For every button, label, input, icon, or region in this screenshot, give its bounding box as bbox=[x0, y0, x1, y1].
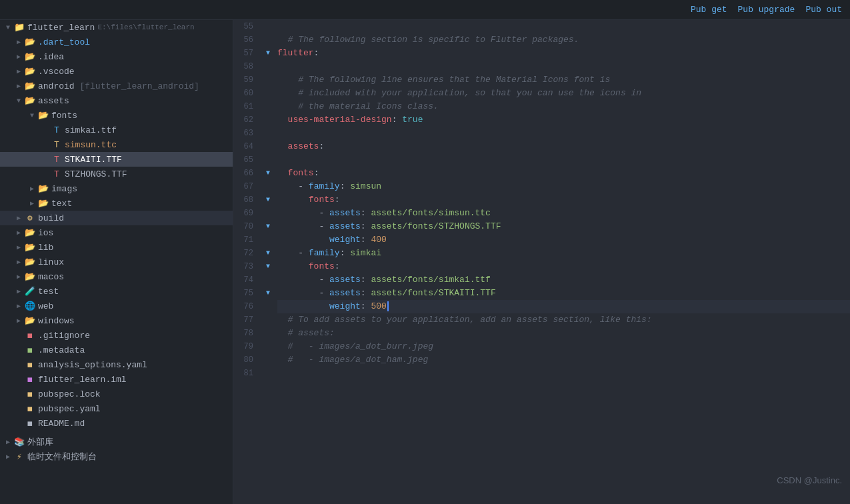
code-line-61: # the material Icons class. bbox=[277, 100, 850, 113]
label-iml: flutter_learn.iml bbox=[38, 375, 127, 385]
sidebar-item-readme[interactable]: ◼ README.md bbox=[0, 416, 233, 431]
sidebar-item-root[interactable]: ▼ 📁 flutter_learn E:\files\flutter_learn bbox=[0, 20, 233, 35]
sidebar-item-pubspec-lock[interactable]: ◼ pubspec.lock bbox=[0, 387, 233, 401]
sidebar-item-build[interactable]: ▶ ⚙ build bbox=[0, 211, 233, 225]
g-70[interactable]: ▼ bbox=[261, 220, 275, 233]
ln-61: 61 bbox=[239, 100, 253, 113]
icon-simkai: T bbox=[51, 125, 63, 135]
ln-74: 74 bbox=[239, 273, 253, 287]
main-layout: ▼ 📁 flutter_learn E:\files\flutter_learn… bbox=[0, 20, 850, 504]
sidebar-item-assets[interactable]: ▼ 📂 assets bbox=[0, 93, 233, 108]
sidebar-item-linux[interactable]: ▶ 📂 linux bbox=[0, 255, 233, 269]
pub-get-button[interactable]: Pub get bbox=[691, 5, 727, 15]
g-57[interactable]: ▼ bbox=[261, 47, 275, 60]
label-assets: assets bbox=[38, 96, 69, 106]
label-readme: README.md bbox=[38, 419, 85, 429]
ln-57: 57 bbox=[239, 47, 253, 60]
code-line-77: # To add assets to your application, add… bbox=[277, 313, 850, 327]
arrow-idea: ▶ bbox=[13, 53, 24, 61]
sidebar-item-windows[interactable]: ▶ 📂 windows bbox=[0, 313, 233, 328]
sidebar-item-temp[interactable]: ▶ ⚡ 临时文件和控制台 bbox=[0, 449, 233, 464]
ln-71: 71 bbox=[239, 233, 253, 247]
code-line-62: uses-material-design: true bbox=[277, 113, 850, 127]
code-area: 55 56 57 58 59 60 61 62 63 64 65 66 67 6… bbox=[233, 20, 850, 380]
code-line-80: # - images/a_dot_ham.jpeg bbox=[277, 353, 850, 367]
pub-upgrade-button[interactable]: Pub upgrade bbox=[738, 5, 795, 15]
g-56 bbox=[261, 33, 275, 47]
editor: 55 56 57 58 59 60 61 62 63 64 65 66 67 6… bbox=[233, 20, 850, 504]
code-line-55 bbox=[277, 20, 850, 33]
expand-arrow-root: ▼ bbox=[3, 24, 13, 31]
sidebar-item-metadata[interactable]: ◼ .metadata bbox=[0, 343, 233, 357]
label-simkai: simkai.ttf bbox=[65, 125, 117, 135]
ln-55: 55 bbox=[239, 20, 253, 33]
code-line-63 bbox=[277, 127, 850, 140]
sidebar-item-imags[interactable]: ▶ 📂 imags bbox=[0, 181, 233, 196]
arrow-ios: ▶ bbox=[13, 229, 24, 237]
sidebar-item-text[interactable]: ▶ 📂 text bbox=[0, 196, 233, 211]
g-73[interactable]: ▼ bbox=[261, 260, 275, 273]
label-ios: ios bbox=[38, 228, 53, 238]
g-68[interactable]: ▼ bbox=[261, 193, 275, 207]
sidebar-item-idea[interactable]: ▶ 📂 .idea bbox=[0, 49, 233, 64]
code-line-64: assets: bbox=[277, 140, 850, 153]
sidebar-item-stkaiti[interactable]: T STKAITI.TTF bbox=[0, 152, 233, 167]
icon-temp: ⚡ bbox=[13, 451, 25, 462]
icon-stkaiti: T bbox=[51, 155, 63, 165]
label-simsun: simsun.ttc bbox=[65, 140, 117, 150]
sidebar-item-stzhongs[interactable]: T STZHONGS.TTF bbox=[0, 167, 233, 181]
icon-analysis: ◼ bbox=[24, 359, 36, 370]
icon-fonts: 📂 bbox=[37, 110, 49, 121]
g-80 bbox=[261, 353, 275, 367]
ln-79: 79 bbox=[239, 340, 253, 353]
g-58 bbox=[261, 60, 275, 73]
sidebar-item-externals[interactable]: ▶ 📚 外部库 bbox=[0, 435, 233, 449]
sidebar-item-fonts[interactable]: ▼ 📂 fonts bbox=[0, 108, 233, 123]
sidebar-item-analysis[interactable]: ◼ analysis_options.yaml bbox=[0, 357, 233, 372]
label-analysis: analysis_options.yaml bbox=[38, 360, 147, 370]
g-75[interactable]: ▼ bbox=[261, 287, 275, 300]
pub-out-button[interactable]: Pub out bbox=[805, 5, 842, 15]
icon-web: 🌐 bbox=[24, 301, 36, 311]
ln-64: 64 bbox=[239, 140, 253, 153]
g-79 bbox=[261, 340, 275, 353]
code-lines[interactable]: # The following section is specific to F… bbox=[275, 20, 850, 380]
arrow-text: ▶ bbox=[27, 199, 37, 207]
label-metadata: .metadata bbox=[38, 345, 85, 355]
ln-77: 77 bbox=[239, 313, 253, 327]
g-76 bbox=[261, 300, 275, 313]
sidebar-item-iml[interactable]: ◼ flutter_learn.iml bbox=[0, 372, 233, 387]
sidebar-item-ios[interactable]: ▶ 📂 ios bbox=[0, 225, 233, 240]
sidebar-item-lib[interactable]: ▶ 📂 lib bbox=[0, 240, 233, 255]
icon-assets: 📂 bbox=[24, 95, 36, 106]
g-66[interactable]: ▼ bbox=[261, 167, 275, 180]
sidebar-item-macos[interactable]: ▶ 📂 macos bbox=[0, 269, 233, 284]
sidebar-item-gitignore[interactable]: ◼ .gitignore bbox=[0, 328, 233, 343]
code-line-73: fonts: bbox=[277, 260, 850, 273]
label-windows: windows bbox=[38, 316, 75, 326]
arrow-imags: ▶ bbox=[27, 185, 37, 193]
sidebar-item-android[interactable]: ▶ 📂 android [flutter_learn_android] bbox=[0, 79, 233, 93]
sidebar-item-vscode[interactable]: ▶ 📂 .vscode bbox=[0, 64, 233, 79]
ln-66: 66 bbox=[239, 167, 253, 180]
sidebar-item-test[interactable]: ▶ 🧪 test bbox=[0, 284, 233, 299]
icon-android: 📂 bbox=[24, 81, 36, 91]
arrow-android: ▶ bbox=[13, 82, 24, 90]
label-pubspec-lock: pubspec.lock bbox=[38, 389, 101, 399]
icon-pubspec-yaml: ◼ bbox=[24, 403, 36, 414]
arrow-build: ▶ bbox=[13, 214, 24, 222]
sidebar-item-dart-tool[interactable]: ▶ 📂 .dart_tool bbox=[0, 35, 233, 49]
g-77 bbox=[261, 313, 275, 327]
code-line-78: # assets: bbox=[277, 327, 850, 340]
code-line-66: fonts: bbox=[277, 167, 850, 180]
sidebar-item-web[interactable]: ▶ 🌐 web bbox=[0, 299, 233, 313]
g-72[interactable]: ▼ bbox=[261, 247, 275, 260]
top-bar: Pub get Pub upgrade Pub out bbox=[0, 0, 850, 20]
icon-dart-tool: 📂 bbox=[24, 37, 36, 47]
icon-imags: 📂 bbox=[37, 183, 49, 194]
sidebar-item-simkai[interactable]: T simkai.ttf bbox=[0, 123, 233, 137]
code-line-67: - family: simsun bbox=[277, 180, 850, 193]
arrow-fonts: ▼ bbox=[27, 112, 37, 119]
sidebar-item-pubspec-yaml[interactable]: ◼ pubspec.yaml bbox=[0, 401, 233, 416]
sidebar-item-simsun[interactable]: T simsun.ttc bbox=[0, 137, 233, 152]
